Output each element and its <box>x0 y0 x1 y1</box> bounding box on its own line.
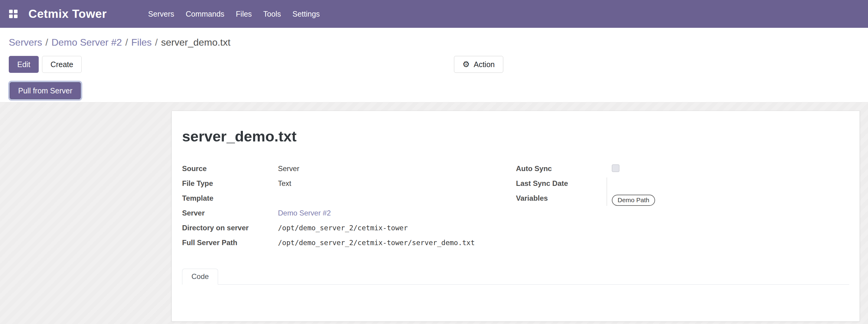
field-value-source: Server <box>278 162 300 173</box>
field-value-directory: /opt/demo_server_2/cetmix-tower <box>278 222 408 232</box>
nav-item-commands[interactable]: Commands <box>180 0 230 28</box>
breadcrumb-link-servers[interactable]: Servers <box>9 37 42 48</box>
pull-from-server-button[interactable]: Pull from Server <box>10 82 81 99</box>
breadcrumb-separator: / <box>152 37 161 48</box>
breadcrumb: Servers/Demo Server #2/Files/server_demo… <box>9 28 859 48</box>
field-value-server-link[interactable]: Demo Server #2 <box>278 207 331 218</box>
form-view-background: server_demo.txt Source Server File Type … <box>0 102 868 324</box>
field-label-last-sync: Last Sync Date <box>516 177 612 188</box>
top-navbar: Cetmix Tower Servers Commands Files Tool… <box>0 0 868 28</box>
field-value-file-type: Text <box>278 177 291 188</box>
variables-tag-demo-path[interactable]: Demo Path <box>612 195 655 206</box>
action-button-label: Action <box>474 60 495 69</box>
code-tab-content <box>182 285 849 319</box>
field-row-server: Server Demo Server #2 <box>182 207 516 222</box>
form-sheet: server_demo.txt Source Server File Type … <box>172 110 860 322</box>
breadcrumb-separator: / <box>122 37 131 48</box>
field-label-auto-sync: Auto Sync <box>516 162 612 173</box>
button-row: Edit Create ⚙ Action <box>9 56 859 73</box>
main-menu: Servers Commands Files Tools Settings <box>143 0 326 28</box>
edit-button[interactable]: Edit <box>9 56 39 73</box>
field-row-full-path: Full Server Path /opt/demo_server_2/cetm… <box>182 236 516 251</box>
breadcrumb-link-demo-server[interactable]: Demo Server #2 <box>52 37 122 48</box>
apps-grid-square <box>14 10 18 13</box>
record-title: server_demo.txt <box>182 128 849 145</box>
apps-grid-square <box>9 14 13 18</box>
nav-item-tools[interactable]: Tools <box>258 0 287 28</box>
field-groups: Source Server File Type Text Template Se… <box>182 162 849 251</box>
field-label-full-path: Full Server Path <box>182 236 278 247</box>
gear-icon: ⚙ <box>462 60 470 69</box>
field-value-variables: Demo Path <box>612 192 655 206</box>
apps-grid-square <box>9 10 13 13</box>
breadcrumb-link-files[interactable]: Files <box>131 37 152 48</box>
field-row-file-type: File Type Text <box>182 177 516 192</box>
field-label-variables: Variables <box>516 192 612 203</box>
create-button[interactable]: Create <box>42 56 82 73</box>
field-group-right: Auto Sync Last Sync Date Variables Demo … <box>516 162 849 251</box>
nav-item-files[interactable]: Files <box>230 0 258 28</box>
nav-item-settings[interactable]: Settings <box>287 0 326 28</box>
apps-grid-icon[interactable] <box>9 10 18 18</box>
apps-grid-square <box>14 14 18 18</box>
field-group-left: Source Server File Type Text Template Se… <box>182 162 516 251</box>
field-label-server: Server <box>182 207 278 218</box>
control-panel: Servers/Demo Server #2/Files/server_demo… <box>0 28 868 102</box>
auto-sync-checkbox[interactable] <box>612 164 619 172</box>
field-row-auto-sync: Auto Sync <box>516 162 849 177</box>
field-label-directory: Directory on server <box>182 222 278 232</box>
tab-code[interactable]: Code <box>182 269 218 285</box>
notebook-tabs: Code <box>182 269 849 285</box>
field-label-file-type: File Type <box>182 177 278 188</box>
brand-title[interactable]: Cetmix Tower <box>28 7 107 21</box>
field-label-source: Source <box>182 162 278 173</box>
field-row-last-sync: Last Sync Date <box>516 177 849 192</box>
breadcrumb-separator: / <box>42 37 52 48</box>
field-row-template: Template <box>182 192 516 207</box>
field-row-source: Source Server <box>182 162 516 177</box>
nav-item-servers[interactable]: Servers <box>143 0 180 28</box>
field-label-template: Template <box>182 192 278 203</box>
field-row-directory: Directory on server /opt/demo_server_2/c… <box>182 222 516 236</box>
field-row-variables: Variables Demo Path <box>516 192 849 207</box>
field-value-full-path: /opt/demo_server_2/cetmix-tower/server_d… <box>278 236 475 247</box>
pull-row: Pull from Server <box>9 82 859 102</box>
action-button[interactable]: ⚙ Action <box>454 56 503 73</box>
breadcrumb-current: server_demo.txt <box>161 37 230 48</box>
